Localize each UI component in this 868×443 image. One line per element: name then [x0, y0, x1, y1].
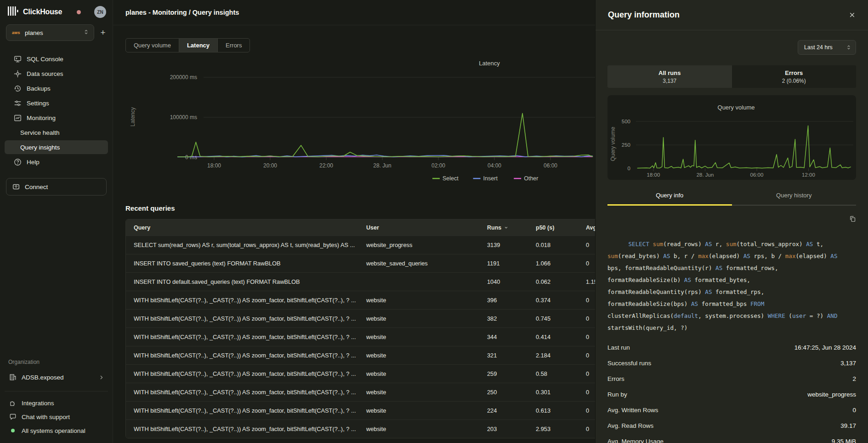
close-icon[interactable] — [849, 12, 856, 18]
help-icon — [14, 158, 22, 166]
svg-text:Query volume: Query volume — [718, 104, 755, 111]
svg-text:02:00: 02:00 — [431, 162, 445, 169]
sidebar-item-service-health[interactable]: Service health — [5, 126, 108, 139]
tab-query-history[interactable]: Query history — [732, 192, 857, 206]
svg-text:250: 250 — [622, 142, 630, 148]
column-header-runs[interactable]: Runs — [487, 224, 536, 231]
sidebar-item-label: Data sources — [27, 70, 63, 77]
user-cell: website — [366, 334, 487, 340]
sql-token: default — [674, 312, 698, 319]
runs-cell: 382 — [487, 315, 536, 322]
svg-text:Latency: Latency — [479, 60, 500, 67]
svg-text:0 ms: 0 ms — [185, 154, 197, 161]
stat-row-successful-runs: Successful runs3,137 — [607, 355, 856, 371]
sql-token: AS — [705, 241, 715, 247]
sql-token: startsWith(query_id, ?) — [607, 324, 687, 331]
runs-cell: 321 — [487, 352, 536, 359]
sidebar-item-backups[interactable]: Backups — [5, 81, 108, 95]
metric-tabs: Query volumeLatencyErrors — [125, 38, 250, 52]
sql-token: ( — [789, 312, 792, 319]
runs-cell: 344 — [487, 334, 536, 340]
tab-query-volume[interactable]: Query volume — [126, 39, 179, 52]
settings-icon — [14, 99, 22, 107]
sidebar-item-data-sources[interactable]: Data sources — [5, 67, 108, 81]
sidebar-item-label: Query insights — [20, 144, 60, 151]
copy-icon[interactable] — [849, 215, 856, 222]
user-cell: website — [366, 370, 487, 377]
chevron-right-icon — [98, 374, 104, 380]
sidebar-item-label: Settings — [27, 100, 49, 107]
connect-button[interactable]: Connect — [6, 178, 107, 196]
query-stats-list: Last run16:47:25, Jun 28 2024Successful … — [607, 339, 856, 443]
svg-text:22:00: 22:00 — [319, 162, 333, 169]
p50-cell: 2.184 — [536, 352, 586, 359]
p50-cell: 0.58 — [536, 370, 586, 377]
sql-token: sum — [653, 241, 664, 247]
user-cell: website_progress — [366, 242, 487, 248]
sql-token: r, — [715, 241, 726, 247]
tab-errors[interactable]: Errors — [218, 39, 250, 52]
footer-item-chat-with-support[interactable]: Chat with support — [5, 410, 108, 424]
terminal-icon — [14, 55, 22, 63]
runs-cell: 259 — [487, 370, 536, 377]
svg-text:Query volume: Query volume — [610, 127, 616, 161]
stat-label: Avg. Memory Usage — [607, 438, 664, 443]
column-header-user[interactable]: User — [366, 224, 487, 231]
column-header-query[interactable]: Query — [134, 224, 366, 231]
data-sources-icon — [14, 70, 22, 78]
stat-value: 9.35 MiB — [832, 438, 856, 443]
stat-row-avg-read-rows: Avg. Read Rows39.17 — [607, 418, 856, 433]
sql-token: AS — [684, 276, 695, 283]
time-range-select[interactable]: Last 24 hrs — [798, 40, 856, 55]
tab-latency[interactable]: Latency — [179, 39, 218, 52]
query-cell: WITH bitShiftLeft(CAST(?..), _CAST(?..))… — [134, 426, 366, 432]
runs-cell: 1040 — [487, 278, 536, 285]
footer-item-integrations[interactable]: Integrations — [5, 396, 108, 410]
stat-label: Successful runs — [607, 360, 651, 367]
p50-cell: 0.745 — [536, 315, 586, 322]
add-service-button[interactable]: + — [98, 28, 108, 38]
runs-cell: 1191 — [487, 260, 536, 267]
svg-text:06:00: 06:00 — [750, 172, 764, 178]
svg-text:20:00: 20:00 — [263, 162, 277, 169]
stat-value: 3,137 — [840, 360, 856, 367]
user-cell: website — [366, 315, 487, 322]
organization-switcher[interactable]: ADSB.exposed — [5, 370, 108, 385]
sidebar-item-monitoring[interactable]: Monitoring — [5, 111, 108, 125]
service-name: planes — [25, 29, 43, 36]
organization-icon — [9, 374, 17, 381]
chat-icon — [9, 413, 17, 420]
query-cell: INSERT INTO default.saved_queries (text)… — [134, 278, 366, 285]
sidebar-item-help[interactable]: Help — [5, 155, 108, 169]
sql-token: formatted_bps — [702, 300, 750, 307]
summary-tab-all-runs[interactable]: All runs3,137 — [607, 65, 732, 88]
sidebar-item-query-insights[interactable]: Query insights — [5, 140, 108, 154]
sql-token: AS — [705, 288, 715, 295]
svg-text:Select: Select — [443, 175, 459, 182]
sidebar-item-sql-console[interactable]: SQL Console — [5, 52, 108, 66]
column-header-p50-s-[interactable]: p50 (s) — [536, 224, 586, 231]
svg-text:18:00: 18:00 — [647, 172, 660, 178]
sql-token: user — [792, 312, 806, 319]
svg-text:28. Jun: 28. Jun — [373, 162, 391, 169]
backups-icon — [14, 85, 22, 92]
sort-chevron-down-icon — [504, 225, 509, 230]
sidebar-item-settings[interactable]: Settings — [5, 96, 108, 110]
organization-name: ADSB.exposed — [22, 374, 64, 381]
stat-row-run-by: Run bywebsite_progress — [607, 386, 856, 402]
avatar[interactable]: ZN — [94, 6, 106, 18]
footer-item-all-systems-operational[interactable]: All systems operational — [5, 424, 108, 437]
summary-tab-errors[interactable]: Errors2 (0.06%) — [732, 65, 857, 88]
service-select[interactable]: aws planes — [6, 24, 94, 41]
tab-query-info[interactable]: Query info — [607, 192, 732, 206]
svg-text:28. Jun: 28. Jun — [697, 172, 714, 178]
time-range-value: Last 24 hrs — [804, 44, 833, 51]
sidebar-divider — [5, 391, 108, 391]
user-cell: website_saved_queries — [366, 260, 487, 267]
sql-token: (read_bytes) — [618, 253, 664, 259]
panel-header: Query information — [596, 0, 868, 30]
sql-token: AS — [715, 265, 726, 271]
sql-token: AND — [827, 312, 841, 319]
stat-label: Avg. Written Rows — [607, 407, 658, 414]
stat-value: website_progress — [807, 391, 856, 398]
